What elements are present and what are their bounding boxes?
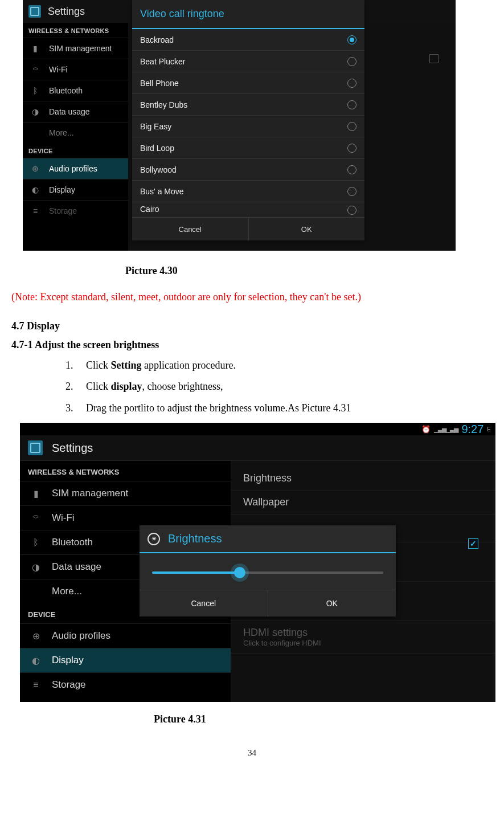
page-number: 34 (11, 748, 493, 758)
ringtone-option-bus-a-move[interactable]: Bus' a Move (132, 181, 364, 202)
heading-4-7-1: 4.7-1 Adjust the screen brightness (11, 339, 493, 351)
radio-icon (347, 206, 357, 215)
section-device: DEVICE (23, 143, 128, 158)
radio-icon (347, 187, 357, 196)
step-2: 2.Click display, choose brightness, (65, 380, 493, 393)
step-1: 1.Click Setting application procedure. (65, 359, 493, 372)
dialog-title: ☀ Brightness (140, 525, 396, 553)
brightness-dialog: ☀ Brightness Cancel OK (140, 525, 396, 616)
radio-icon (347, 144, 357, 153)
audio-profiles-icon: ⊕ (30, 630, 42, 642)
sidebar-item-wifi[interactable]: ⌔Wi-Fi (23, 59, 128, 80)
settings-titlebar: Settings (20, 435, 495, 461)
setting-brightness[interactable]: Brightness (231, 467, 495, 491)
ok-button[interactable]: OK (249, 218, 365, 240)
ringtone-option-bird-loop[interactable]: Bird Loop (132, 137, 364, 159)
ringtone-option-big-easy[interactable]: Big Easy (132, 116, 364, 137)
sidebar-item-display[interactable]: ◐Display (23, 179, 128, 200)
figure-4-30: Settings WIRELESS & NETWORKS ▮SIM manage… (23, 0, 456, 251)
bluetooth-icon: ᛒ (31, 86, 40, 95)
signal-edge-icon: E (487, 426, 491, 432)
blank-icon (30, 586, 42, 597)
sidebar-item-audio-profiles[interactable]: ⊕Audio profiles (20, 623, 231, 648)
dialog-title: Video call ringtone (132, 0, 364, 29)
alarm-icon: ⏰ (421, 425, 431, 434)
section-wireless: WIRELESS & NETWORKS (20, 461, 231, 481)
sidebar-item-sim[interactable]: ▮SIM management (20, 481, 231, 505)
sidebar-item-storage[interactable]: ≡Storage (23, 200, 128, 221)
sim-icon: ▮ (30, 488, 42, 499)
slider-fill (152, 571, 240, 574)
status-bar: ⏰ ▁▃▅▁▃▅ 9:27 E (20, 423, 495, 435)
sidebar-item-display[interactable]: ◐Display (20, 648, 231, 672)
sidebar-item-storage[interactable]: ≡Storage (20, 672, 231, 697)
caption-4-31: Picture 4.31 (154, 713, 493, 725)
wifi-icon: ⌔ (31, 65, 40, 74)
storage-icon: ≡ (30, 679, 42, 691)
radio-icon (347, 122, 357, 131)
ringtone-dialog: Video call ringtone Backroad Beat Plucke… (132, 0, 364, 240)
brightness-slider[interactable] (152, 571, 383, 574)
sidebar-item-more[interactable]: More... (23, 122, 128, 143)
sidebar-item-data-usage[interactable]: ◑Data usage (23, 101, 128, 122)
bluetooth-icon: ᛒ (30, 537, 42, 548)
ringtone-option-bentley-dubs[interactable]: Bentley Dubs (132, 94, 364, 116)
storage-icon: ≡ (31, 206, 40, 215)
audio-profiles-icon: ⊕ (31, 164, 40, 173)
radio-icon (347, 165, 357, 174)
sim-icon: ▮ (31, 44, 40, 53)
heading-4-7: 4.7 Display (11, 320, 493, 332)
note-text: (Note: Except standard, silent, meet, ou… (11, 291, 493, 303)
section-wireless: WIRELESS & NETWORKS (23, 23, 128, 38)
settings-sidebar: WIRELESS & NETWORKS ▮SIM management ⌔Wi-… (23, 23, 128, 251)
sidebar-item-audio-profiles[interactable]: ⊕Audio profiles (23, 158, 128, 179)
data-usage-icon: ◑ (30, 561, 42, 573)
ok-button[interactable]: OK (268, 590, 396, 616)
ringtone-option-backroad[interactable]: Backroad (132, 29, 364, 51)
radio-selected-icon (347, 35, 357, 44)
cancel-button[interactable]: Cancel (132, 218, 249, 240)
ringtone-option-bollywood[interactable]: Bollywood (132, 159, 364, 181)
setting-wallpaper[interactable]: Wallpaper (231, 491, 495, 515)
figure-4-31: ⏰ ▁▃▅▁▃▅ 9:27 E Settings WIRELESS & NETW… (20, 423, 495, 702)
dialog-buttons: Cancel OK (132, 217, 364, 240)
brightness-icon: ☀ (147, 533, 160, 545)
sidebar-item-bluetooth[interactable]: ᛒBluetooth (23, 80, 128, 101)
data-usage-icon: ◑ (31, 107, 40, 116)
ringtone-option-bell-phone[interactable]: Bell Phone (132, 72, 364, 94)
dialog-buttons: Cancel OK (140, 590, 396, 616)
slider-thumb[interactable] (234, 567, 245, 578)
step-3: 3.Drag the portlito to adjust the bright… (65, 402, 493, 415)
caption-4-30: Picture 4.30 (125, 265, 493, 277)
signal-bars-icon: ▁▃▅▁▃▅ (434, 426, 458, 433)
ringtone-option-cairo[interactable]: Cairo (132, 202, 364, 217)
setting-hdmi[interactable]: HDMI settings Click to configure HDMI (231, 621, 495, 654)
sidebar-item-sim[interactable]: ▮SIM management (23, 38, 128, 59)
display-icon: ◐ (31, 185, 40, 194)
steps-list: 1.Click Setting application procedure. 2… (65, 359, 493, 415)
settings-icon (28, 440, 43, 455)
radio-icon (347, 100, 357, 109)
checkbox[interactable] (429, 54, 439, 63)
radio-icon (347, 57, 357, 66)
cancel-button[interactable]: Cancel (140, 590, 268, 616)
display-icon: ◐ (30, 655, 42, 666)
wifi-icon: ⌔ (30, 512, 42, 524)
checkbox-checked[interactable]: ✓ (468, 538, 478, 549)
radio-icon (347, 79, 357, 88)
clock-text: 9:27 (461, 423, 483, 436)
app-title: Settings (48, 6, 85, 18)
ringtone-option-beat-plucker[interactable]: Beat Plucker (132, 51, 364, 72)
slider-container (140, 553, 396, 590)
settings-icon (28, 5, 41, 18)
blank-icon (31, 128, 40, 137)
app-title: Settings (52, 442, 93, 455)
